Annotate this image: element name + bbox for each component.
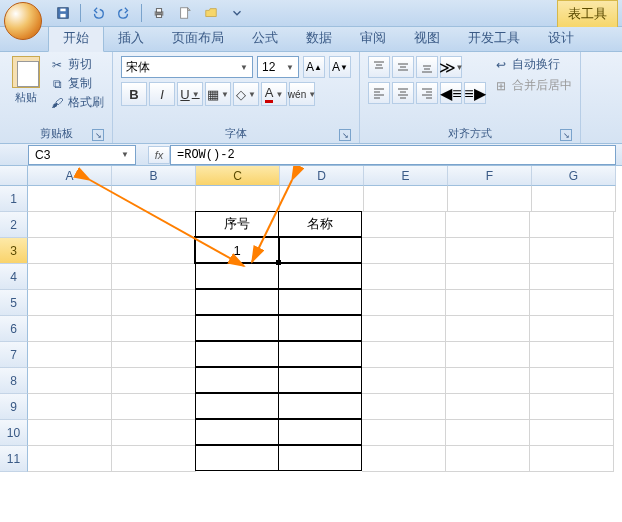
cell-B3[interactable]	[112, 238, 196, 264]
column-header[interactable]: D	[280, 166, 364, 186]
print-icon[interactable]	[150, 4, 168, 22]
phonetic-button[interactable]: wén▼	[289, 82, 315, 106]
cell-B5[interactable]	[112, 290, 196, 316]
cell-B6[interactable]	[112, 316, 196, 342]
cell-D5[interactable]	[278, 289, 362, 315]
cell-C2[interactable]: 序号	[195, 211, 279, 237]
italic-button[interactable]: I	[149, 82, 175, 106]
cell-G2[interactable]	[530, 212, 614, 238]
orientation-button[interactable]: ≫▼	[440, 56, 462, 78]
cell-G9[interactable]	[530, 394, 614, 420]
ribbon-tab-1[interactable]: 插入	[104, 25, 158, 51]
fx-button[interactable]: fx	[148, 146, 170, 164]
ribbon-tab-2[interactable]: 页面布局	[158, 25, 238, 51]
cell-A4[interactable]	[28, 264, 112, 290]
cell-F11[interactable]	[446, 446, 530, 472]
cell-B8[interactable]	[112, 368, 196, 394]
ribbon-tab-7[interactable]: 开发工具	[454, 25, 534, 51]
font-name-combo[interactable]: 宋体▼	[121, 56, 253, 78]
cell-A2[interactable]	[28, 212, 112, 238]
cell-A11[interactable]	[28, 446, 112, 472]
column-header[interactable]: E	[364, 166, 448, 186]
row-header[interactable]: 2	[0, 212, 28, 238]
cell-C3[interactable]: 1	[195, 237, 279, 263]
cell-G3[interactable]	[530, 238, 614, 264]
cell-F9[interactable]	[446, 394, 530, 420]
cell-D4[interactable]	[278, 263, 362, 289]
wrap-text-button[interactable]: ↩自动换行	[494, 56, 572, 73]
cell-G6[interactable]	[530, 316, 614, 342]
ribbon-tab-6[interactable]: 视图	[400, 25, 454, 51]
cell-B1[interactable]	[112, 186, 196, 212]
cell-F5[interactable]	[446, 290, 530, 316]
fill-color-button[interactable]: ◇▼	[233, 82, 259, 106]
cell-B10[interactable]	[112, 420, 196, 446]
cell-A8[interactable]	[28, 368, 112, 394]
align-center-button[interactable]	[392, 82, 414, 104]
cell-G11[interactable]	[530, 446, 614, 472]
row-header[interactable]: 11	[0, 446, 28, 472]
cell-D8[interactable]	[278, 367, 362, 393]
cell-C4[interactable]	[195, 263, 279, 289]
column-header[interactable]: C	[196, 166, 280, 186]
cell-B11[interactable]	[112, 446, 196, 472]
cell-C7[interactable]	[195, 341, 279, 367]
font-color-button[interactable]: A▼	[261, 82, 287, 106]
cell-A10[interactable]	[28, 420, 112, 446]
ribbon-tab-5[interactable]: 审阅	[346, 25, 400, 51]
cell-E11[interactable]	[362, 446, 446, 472]
cell-G1[interactable]	[532, 186, 616, 212]
cell-G4[interactable]	[530, 264, 614, 290]
cell-C6[interactable]	[195, 315, 279, 341]
ribbon-tab-0[interactable]: 开始	[48, 24, 104, 52]
row-header[interactable]: 9	[0, 394, 28, 420]
row-header[interactable]: 1	[0, 186, 28, 212]
column-header[interactable]: B	[112, 166, 196, 186]
cell-E6[interactable]	[362, 316, 446, 342]
cell-D9[interactable]	[278, 393, 362, 419]
ribbon-tab-3[interactable]: 公式	[238, 25, 292, 51]
cell-D6[interactable]	[278, 315, 362, 341]
row-header[interactable]: 7	[0, 342, 28, 368]
redo-icon[interactable]	[115, 4, 133, 22]
cell-F1[interactable]	[448, 186, 532, 212]
cell-C8[interactable]	[195, 367, 279, 393]
increase-indent-button[interactable]: ≡▶	[464, 82, 486, 104]
decrease-indent-button[interactable]: ◀≡	[440, 82, 462, 104]
grow-font-button[interactable]: A▲	[303, 56, 325, 78]
cell-D3[interactable]	[278, 237, 362, 263]
cell-E10[interactable]	[362, 420, 446, 446]
cell-F8[interactable]	[446, 368, 530, 394]
align-top-button[interactable]	[368, 56, 390, 78]
border-button[interactable]: ▦▼	[205, 82, 231, 106]
cell-E5[interactable]	[362, 290, 446, 316]
cell-A9[interactable]	[28, 394, 112, 420]
cell-G5[interactable]	[530, 290, 614, 316]
align-bottom-button[interactable]	[416, 56, 438, 78]
row-header[interactable]: 10	[0, 420, 28, 446]
cell-F4[interactable]	[446, 264, 530, 290]
cell-E8[interactable]	[362, 368, 446, 394]
cell-D10[interactable]	[278, 419, 362, 445]
cell-C10[interactable]	[195, 419, 279, 445]
cell-B7[interactable]	[112, 342, 196, 368]
cell-F10[interactable]	[446, 420, 530, 446]
dialog-launcher-icon[interactable]: ↘	[92, 129, 104, 141]
underline-button[interactable]: U▼	[177, 82, 203, 106]
cell-A7[interactable]	[28, 342, 112, 368]
cell-F7[interactable]	[446, 342, 530, 368]
cell-E1[interactable]	[364, 186, 448, 212]
cell-E4[interactable]	[362, 264, 446, 290]
column-header[interactable]: F	[448, 166, 532, 186]
align-left-button[interactable]	[368, 82, 390, 104]
row-header[interactable]: 3	[0, 238, 28, 264]
row-header[interactable]: 5	[0, 290, 28, 316]
cell-G10[interactable]	[530, 420, 614, 446]
row-header[interactable]: 6	[0, 316, 28, 342]
cut-button[interactable]: ✂剪切	[50, 56, 104, 73]
cell-C9[interactable]	[195, 393, 279, 419]
merge-center-button[interactable]: ⊞合并后居中	[494, 77, 572, 94]
undo-icon[interactable]	[89, 4, 107, 22]
office-button[interactable]	[4, 2, 42, 40]
cell-B4[interactable]	[112, 264, 196, 290]
